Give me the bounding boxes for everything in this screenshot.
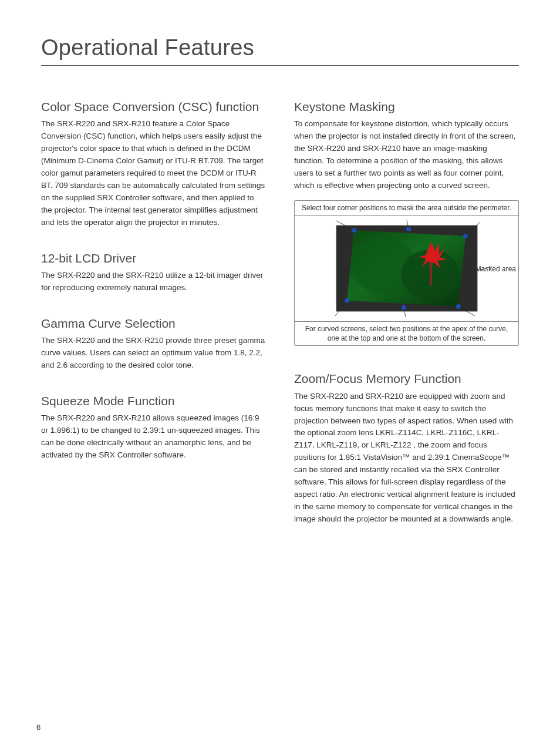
heading-squeeze: Squeeze Mode Function bbox=[41, 393, 266, 409]
heading-driver: 12-bit LCD Driver bbox=[41, 250, 266, 266]
body-squeeze: The SRX-R220 and SRX-R210 allows squeeze… bbox=[41, 412, 266, 462]
keystone-figure-image-area: Masked area bbox=[295, 216, 518, 321]
keystone-diagram-icon bbox=[319, 218, 495, 318]
section-driver: 12-bit LCD Driver The SRX-R220 and the S… bbox=[41, 250, 266, 294]
right-column: Keystone Masking To compensate for keyst… bbox=[294, 99, 519, 547]
left-column: Color Space Conversion (CSC) function Th… bbox=[41, 99, 266, 547]
body-zoom: The SRX-R220 and SRX-R210 are equipped w… bbox=[294, 391, 519, 526]
page-title: Operational Features bbox=[41, 35, 519, 66]
content-columns: Color Space Conversion (CSC) function Th… bbox=[41, 99, 519, 547]
heading-keystone: Keystone Masking bbox=[294, 99, 519, 115]
section-gamma: Gamma Curve Selection The SRX-R220 and t… bbox=[41, 315, 266, 372]
keystone-figure: Select four corner positions to mask the… bbox=[294, 200, 519, 346]
section-squeeze: Squeeze Mode Function The SRX-R220 and S… bbox=[41, 393, 266, 462]
section-keystone: Keystone Masking To compensate for keyst… bbox=[294, 99, 519, 346]
body-gamma: The SRX-R220 and the SRX-R210 provide th… bbox=[41, 335, 266, 372]
section-csc: Color Space Conversion (CSC) function Th… bbox=[41, 99, 266, 229]
keystone-figure-top-caption: Select four corner positions to mask the… bbox=[295, 201, 518, 216]
heading-csc: Color Space Conversion (CSC) function bbox=[41, 99, 266, 115]
keystone-masked-area-label: Masked area bbox=[475, 265, 516, 273]
body-keystone: To compensate for keystone distortion, w… bbox=[294, 118, 519, 192]
heading-gamma: Gamma Curve Selection bbox=[41, 315, 266, 331]
body-csc: The SRX-R220 and SRX-R210 feature a Colo… bbox=[41, 118, 266, 228]
heading-zoom: Zoom/Focus Memory Function bbox=[294, 371, 519, 386]
keystone-figure-bottom-caption: For curved screens, select two positions… bbox=[295, 321, 518, 345]
section-zoom: Zoom/Focus Memory Function The SRX-R220 … bbox=[294, 371, 519, 525]
svg-rect-4 bbox=[430, 262, 432, 285]
page-number: 6 bbox=[36, 723, 41, 732]
body-driver: The SRX-R220 and the SRX-R210 utilize a … bbox=[41, 270, 266, 294]
